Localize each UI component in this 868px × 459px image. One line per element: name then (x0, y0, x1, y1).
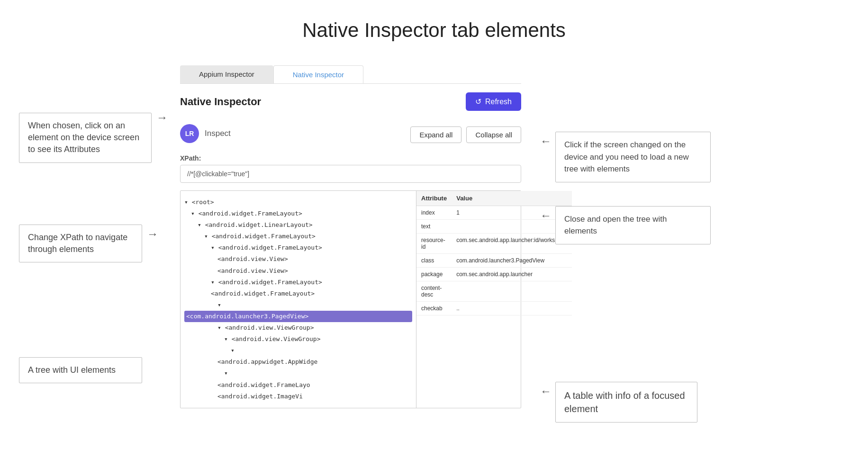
attribute-table: Attribute Value index1textresource-idcom… (416, 191, 521, 408)
attr-name: class (416, 254, 452, 268)
tree-node[interactable]: ▾ <android.widget.FrameLayout> (184, 242, 412, 253)
inspect-row: LR Inspect (180, 120, 231, 147)
attr-name: text (416, 220, 452, 234)
tab-appium[interactable]: Appium Inspector (180, 65, 273, 83)
tree-node[interactable]: <com.android.launcher3.PagedView> (184, 311, 412, 322)
refresh-annotation: Click if the screen changed on the devic… (555, 132, 711, 182)
tree-node[interactable]: ▾ (184, 299, 412, 311)
tree-node[interactable]: <android.view.View> (184, 253, 412, 265)
attr-name: index (416, 206, 452, 220)
attr-name: resource-id (416, 234, 452, 254)
refresh-icon: ↺ (475, 97, 481, 106)
panel-title: Native Inspector (180, 96, 261, 108)
tree-node[interactable]: <android.view.View> (184, 265, 412, 277)
expand-collapse-row: Expand all Collapse all (410, 126, 521, 143)
tree-node[interactable]: ▾ <android.widget.FrameLayout> (184, 231, 412, 242)
tree-node[interactable]: <android.appwidget.AppWidge (184, 356, 412, 368)
xpath-input[interactable] (180, 165, 521, 183)
right-annotations: ← Click if the screen changed on the dev… (531, 65, 711, 423)
refresh-arrow: ← (540, 135, 552, 147)
inspect-arrow: → (156, 112, 168, 123)
attr-name: content-desc (416, 281, 452, 302)
inspector-panel: Appium Inspector Native Inspector Native… (180, 65, 521, 423)
tree-node[interactable]: <android.widget.FrameLayo (184, 379, 412, 391)
xpath-arrow: → (147, 228, 158, 240)
refresh-button[interactable]: ↺ Refresh (466, 92, 521, 111)
inspect-row-container: LR Inspect Expand all Collapse all (180, 120, 521, 147)
left-annotations: When chosen, click on an element on the … (19, 65, 171, 423)
page-title: Native Inspector tab elements (0, 0, 868, 65)
tree-node[interactable]: ▾ (184, 368, 412, 379)
table-annotation: A table with info of a focused element (555, 382, 697, 423)
xpath-section: XPath: (180, 154, 521, 183)
tree-panel: ▾ <root>▾ <android.widget.FrameLayout>▾ … (181, 191, 416, 408)
attr-col-header: Attribute (416, 191, 452, 206)
tree-node[interactable]: <android.widget.ImageVi (184, 391, 412, 402)
expand-annotation: Close and open the tree with elements (555, 206, 711, 244)
tree-annotation: A tree with UI elements (19, 357, 142, 383)
tree-node[interactable]: ▾ <android.widget.FrameLayout> (184, 208, 412, 219)
tree-node[interactable]: ▾ <android.view.ViewGroup> (184, 333, 412, 345)
tree-node[interactable]: <android.widget.FrameLayout> (184, 288, 412, 299)
tab-bar: Appium Inspector Native Inspector (180, 65, 521, 84)
tree-node[interactable]: ▾ <root> (184, 197, 412, 208)
tree-node[interactable]: ▾ <android.widget.LinearLayout> (184, 219, 412, 231)
inspect-avatar: LR (180, 124, 199, 143)
tree-node[interactable]: ▾ (184, 345, 412, 356)
expand-all-button[interactable]: Expand all (410, 126, 461, 143)
xpath-label: XPath: (180, 154, 521, 162)
xpath-annotation: Change XPath to navigate through element… (19, 225, 142, 262)
tree-table-container: ▾ <root>▾ <android.widget.FrameLayout>▾ … (180, 190, 521, 408)
attr-name: checkab (416, 302, 452, 315)
inspect-annotation: When chosen, click on an element on the … (19, 113, 152, 163)
refresh-label: Refresh (485, 98, 512, 106)
panel-header: Native Inspector ↺ Refresh (180, 84, 521, 117)
tree-node[interactable]: ▾ <android.view.ViewGroup> (184, 322, 412, 333)
expand-arrow: ← (540, 210, 552, 221)
collapse-all-button[interactable]: Collapse all (466, 126, 521, 143)
attr-name: package (416, 268, 452, 281)
inspect-label: Inspect (205, 129, 231, 138)
tab-native[interactable]: Native Inspector (273, 65, 363, 83)
table-arrow: ← (540, 386, 552, 397)
tree-node[interactable]: ▾ <android.widget.FrameLayout> (184, 277, 412, 288)
